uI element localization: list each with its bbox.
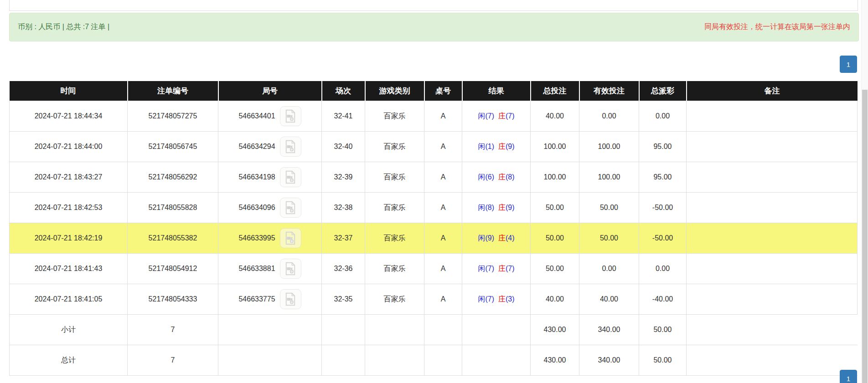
cell-bet-id: 521748057275 xyxy=(128,101,218,132)
summary-banner: 币别 : 人民币 | 总共 :7 注单 | 同局有效投注，统一计算在该局第一张注… xyxy=(9,13,859,41)
player-label: 闲 xyxy=(478,143,485,150)
pagination-bottom: 1 xyxy=(9,370,857,383)
cell-remark xyxy=(687,101,858,132)
column-header: 时间 xyxy=(10,81,128,101)
cell-round-id: 546634198 xyxy=(218,162,322,193)
header-row: 时间注单编号局号场次游戏类别桌号结果总投注有效投注总派彩备注 xyxy=(10,81,858,101)
banker-label: 庄 xyxy=(498,143,506,150)
round-id-text: 546634096 xyxy=(238,204,275,212)
cell-payout: 0.00 xyxy=(639,101,687,132)
cell-session: 32-38 xyxy=(322,193,365,223)
banker-label: 庄 xyxy=(498,265,506,272)
cell-result: 闲(7)庄(7) xyxy=(462,254,531,284)
cell-valid-bet: 100.00 xyxy=(579,132,639,162)
currency-summary-text: 币别 : 人民币 | 总共 :7 注单 | xyxy=(18,22,109,32)
round-id-text: 546634294 xyxy=(238,143,275,151)
player-points: (8) xyxy=(485,204,494,211)
banker-label: 庄 xyxy=(498,204,506,211)
cell-payout: 95.00 xyxy=(639,132,687,162)
cell-table-no: A xyxy=(424,132,462,162)
cell-time: 2024-07-21 18:42:19 xyxy=(10,223,128,254)
video-replay-button[interactable] xyxy=(280,289,301,309)
banker-label: 庄 xyxy=(498,234,506,242)
cell-total-bet: 100.00 xyxy=(531,162,579,193)
cell-valid-bet: 0.00 xyxy=(579,101,639,132)
column-header: 备注 xyxy=(687,81,858,101)
cell-time: 2024-07-21 18:41:43 xyxy=(10,254,128,284)
cell-bet-id: 521748054912 xyxy=(128,254,218,284)
column-header: 总投注 xyxy=(531,81,579,101)
player-points: (9) xyxy=(485,234,494,242)
totals-total-bet: 430.00 xyxy=(531,315,579,345)
bet-records-table: 时间注单编号局号场次游戏类别桌号结果总投注有效投注总派彩备注 2024-07-2… xyxy=(9,81,858,376)
video-file-icon xyxy=(284,170,297,184)
cell-valid-bet: 50.00 xyxy=(579,193,639,223)
column-header: 游戏类别 xyxy=(365,81,424,101)
cell-round-id: 546633881 xyxy=(218,254,322,284)
cell-bet-id: 521748056745 xyxy=(128,132,218,162)
player-points: (7) xyxy=(485,112,494,120)
banker-points: (8) xyxy=(506,173,515,181)
cell-table-no: A xyxy=(424,254,462,284)
banker-points: (7) xyxy=(506,112,515,120)
cell-game-type: 百家乐 xyxy=(365,284,424,315)
totals-label: 小计 xyxy=(10,315,128,345)
cell-game-type: 百家乐 xyxy=(365,223,424,254)
video-replay-button[interactable] xyxy=(280,106,301,126)
player-label: 闲 xyxy=(478,234,485,242)
video-replay-button[interactable] xyxy=(280,137,301,157)
player-points: (6) xyxy=(485,173,494,181)
vertical-scrollbar[interactable] xyxy=(861,0,868,383)
banker-points: (3) xyxy=(506,295,515,303)
video-file-icon xyxy=(284,201,297,214)
video-replay-button[interactable] xyxy=(280,167,301,187)
video-replay-button[interactable] xyxy=(280,198,301,218)
cell-remark xyxy=(687,223,858,254)
video-replay-button[interactable] xyxy=(280,228,301,248)
cell-remark xyxy=(687,254,858,284)
cell-session: 32-35 xyxy=(322,284,365,315)
player-label: 闲 xyxy=(478,173,485,181)
totals-valid-bet: 340.00 xyxy=(579,315,639,345)
cell-result: 闲(1)庄(9) xyxy=(462,132,531,162)
column-header: 桌号 xyxy=(424,81,462,101)
cell-table-no: A xyxy=(424,162,462,193)
banner-note-text: 同局有效投注，统一计算在该局第一张注单内 xyxy=(704,22,850,32)
cell-round-id: 546633775 xyxy=(218,284,322,315)
cell-result: 闲(7)庄(7) xyxy=(462,101,531,132)
player-label: 闲 xyxy=(478,295,485,303)
cell-payout: -50.00 xyxy=(639,223,687,254)
cell-valid-bet: 0.00 xyxy=(579,254,639,284)
cell-total-bet: 100.00 xyxy=(531,132,579,162)
banker-points: (4) xyxy=(506,234,515,242)
video-file-icon xyxy=(284,109,297,123)
scrollbar-thumb[interactable] xyxy=(862,90,868,383)
cell-total-bet: 50.00 xyxy=(531,193,579,223)
pagination-top: 1 xyxy=(9,56,857,73)
cell-bet-id: 521748055382 xyxy=(128,223,218,254)
banker-points: (9) xyxy=(506,143,515,150)
cell-total-bet: 40.00 xyxy=(531,101,579,132)
cell-result: 闲(6)庄(8) xyxy=(462,162,531,193)
player-points: (1) xyxy=(485,143,494,150)
video-replay-button[interactable] xyxy=(280,259,301,279)
round-id-text: 546633995 xyxy=(238,234,275,242)
cell-payout: -50.00 xyxy=(639,193,687,223)
video-file-icon xyxy=(284,140,297,153)
table-row: 2024-07-21 18:41:43 521748054912 5466338… xyxy=(10,254,858,284)
page-button-1-bottom[interactable]: 1 xyxy=(840,370,857,383)
cell-round-id: 546634401 xyxy=(218,101,322,132)
page-button-1[interactable]: 1 xyxy=(840,56,857,73)
video-file-icon xyxy=(284,292,297,306)
table-row: 2024-07-21 18:44:34 521748057275 5466344… xyxy=(10,101,858,132)
round-id-text: 546634401 xyxy=(238,112,275,120)
cell-payout: 95.00 xyxy=(639,162,687,193)
cell-round-id: 546634096 xyxy=(218,193,322,223)
cell-bet-id: 521748054333 xyxy=(128,284,218,315)
top-panel-remnant xyxy=(9,0,858,11)
cell-valid-bet: 40.00 xyxy=(579,284,639,315)
player-label: 闲 xyxy=(478,265,485,272)
column-header: 总派彩 xyxy=(639,81,687,101)
totals-payout: 50.00 xyxy=(639,315,687,345)
table-row: 2024-07-21 18:42:53 521748055828 5466340… xyxy=(10,193,858,223)
